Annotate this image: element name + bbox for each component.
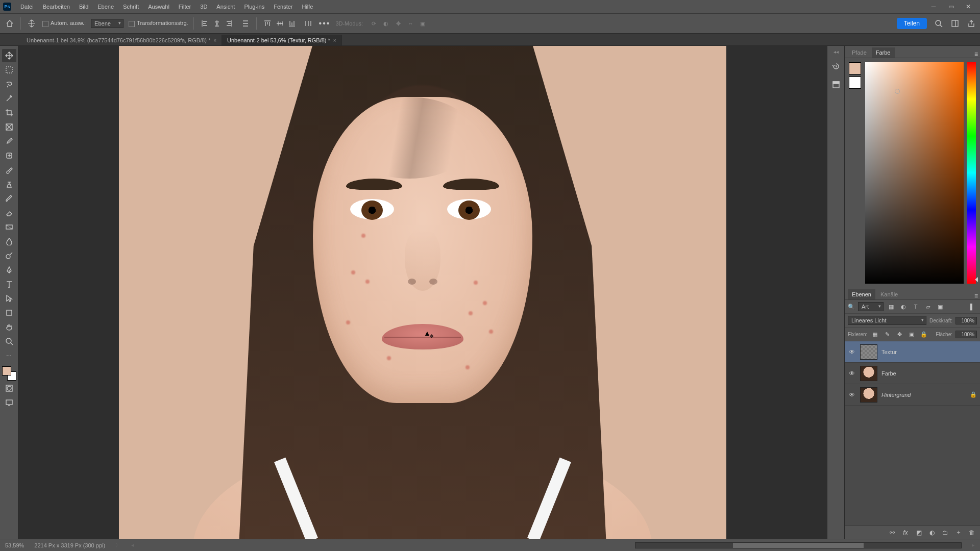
crop-tool[interactable] [2, 106, 16, 119]
link-layers-icon[interactable]: ⚯ [888, 529, 896, 537]
filter-pixel-icon[interactable]: ▦ [887, 302, 896, 311]
align-left-icon[interactable] [199, 18, 210, 29]
align-bottom-icon[interactable] [286, 18, 298, 29]
minimize-button[interactable]: ─ [925, 0, 942, 13]
transform-controls-checkbox[interactable]: Transformationsstrg. [129, 20, 188, 27]
menu-edit[interactable]: Bearbeiten [39, 2, 74, 12]
close-tab-icon[interactable]: × [213, 38, 216, 43]
status-chevron-icon[interactable]: 〉 [115, 541, 121, 549]
export-icon[interactable] [967, 19, 976, 28]
menu-image[interactable]: Bild [75, 2, 92, 12]
menu-file[interactable]: Datei [16, 2, 38, 12]
clone-stamp-tool[interactable] [2, 178, 16, 191]
menu-help[interactable]: Hilfe [298, 2, 317, 12]
menu-window[interactable]: Fenster [270, 2, 297, 12]
layer-name[interactable]: Hintergrund [881, 392, 911, 398]
search-icon[interactable] [934, 19, 943, 28]
auto-select-target-dropdown[interactable]: Ebene [91, 19, 124, 28]
visibility-eye-icon[interactable]: 👁 [848, 391, 856, 398]
eraser-tool[interactable] [2, 206, 16, 219]
layer-thumbnail[interactable] [860, 387, 877, 403]
status-nav-left-icon[interactable]: ◂ [131, 542, 134, 548]
history-panel-icon[interactable] [829, 60, 843, 73]
auto-select-checkbox[interactable]: Autom. ausw.: [42, 20, 86, 27]
menu-plugins[interactable]: Plug-ins [240, 2, 268, 12]
close-button[interactable]: ✕ [960, 0, 977, 13]
adjustment-layer-icon[interactable]: ◐ [928, 529, 936, 537]
hue-handle-icon[interactable] [975, 277, 978, 282]
filter-smart-icon[interactable]: ▣ [936, 302, 945, 311]
panel-menu-icon[interactable]: ≡ [974, 292, 978, 299]
magic-wand-tool[interactable] [2, 92, 16, 105]
zoom-tool[interactable] [2, 335, 16, 348]
opacity-input[interactable]: 100% [955, 317, 977, 324]
filter-shape-icon[interactable]: ▱ [923, 302, 933, 311]
canvas-area[interactable]: ▲ [18, 46, 827, 539]
frame-tool[interactable] [2, 120, 16, 134]
layer-row[interactable]: 👁Hintergrund🔒 [845, 384, 980, 406]
delete-layer-icon[interactable]: 🗑 [968, 529, 976, 537]
quick-mask-icon[interactable] [2, 382, 16, 395]
eyedropper-tool[interactable] [2, 135, 16, 148]
share-button[interactable]: Teilen [897, 18, 927, 29]
move-tool[interactable] [2, 49, 16, 62]
current-tool-icon[interactable] [26, 18, 37, 29]
visibility-eye-icon[interactable]: 👁 [848, 370, 856, 377]
doc-info[interactable]: 2214 Px x 3319 Px (300 ppi) [34, 542, 105, 548]
lock-all-icon[interactable]: 🔒 [919, 330, 928, 339]
scrollbar-thumb[interactable] [733, 543, 863, 548]
align-hcenter-icon[interactable] [211, 18, 223, 29]
lock-transparency-icon[interactable]: ▦ [870, 330, 879, 339]
lock-artboard-icon[interactable]: ▣ [907, 330, 916, 339]
shape-tool[interactable] [2, 306, 16, 319]
new-layer-icon[interactable]: ＋ [954, 529, 963, 537]
visibility-eye-icon[interactable]: 👁 [848, 348, 856, 356]
layer-thumbnail[interactable] [860, 366, 877, 381]
layer-row[interactable]: 👁Farbe [845, 363, 980, 384]
layer-thumbnail[interactable] [860, 344, 877, 360]
maximize-button[interactable]: ▭ [942, 0, 960, 13]
tab-channels[interactable]: Kanäle [876, 289, 902, 299]
gradient-tool[interactable] [2, 220, 16, 234]
sv-cursor-icon[interactable] [895, 89, 900, 94]
filter-adjust-icon[interactable]: ◐ [899, 302, 908, 311]
filter-type-icon[interactable]: T [911, 302, 920, 311]
healing-brush-tool[interactable] [2, 149, 16, 162]
layer-name[interactable]: Farbe [881, 370, 896, 377]
hue-slider[interactable] [967, 62, 976, 284]
layer-row[interactable]: 👁Textur [845, 341, 980, 363]
more-options-icon[interactable]: ••• [319, 19, 331, 28]
distribute-v-icon[interactable] [303, 18, 314, 29]
foreground-color-swatch[interactable] [2, 366, 11, 375]
layer-mask-icon[interactable]: ◩ [915, 529, 923, 537]
tab-layers[interactable]: Ebenen [848, 289, 875, 299]
history-brush-tool[interactable] [2, 192, 16, 205]
blend-mode-dropdown[interactable]: Lineares Licht [848, 316, 926, 325]
document-tab[interactable]: Unbenannt-2 bei 53,6% (Textur, RGB/8) * … [222, 35, 342, 45]
close-tab-icon[interactable]: × [333, 38, 336, 43]
distribute-h-icon[interactable] [240, 18, 251, 29]
layer-name[interactable]: Textur [881, 349, 897, 355]
expand-panels-icon[interactable]: ◂◂ [834, 49, 839, 55]
workspace-icon[interactable] [950, 19, 960, 28]
filter-toggle-icon[interactable]: ▌ [968, 302, 977, 311]
screen-mode-icon[interactable] [2, 396, 16, 409]
align-top-icon[interactable] [262, 18, 273, 29]
align-right-icon[interactable] [224, 18, 235, 29]
menu-layer[interactable]: Ebene [93, 2, 118, 12]
background-color-swatch[interactable] [849, 77, 861, 89]
foreground-color-swatch[interactable] [849, 62, 861, 74]
fill-input[interactable]: 100% [955, 331, 977, 338]
edit-toolbar-icon[interactable]: ⋯ [2, 349, 16, 362]
home-icon[interactable] [4, 18, 15, 29]
saturation-value-picker[interactable] [865, 62, 964, 284]
marquee-tool[interactable] [2, 63, 16, 77]
tab-paths[interactable]: Pfade [848, 47, 871, 58]
path-selection-tool[interactable] [2, 292, 16, 305]
menu-filter[interactable]: Filter [175, 2, 195, 12]
document-canvas[interactable]: ▲ [119, 46, 726, 539]
horizontal-scrollbar[interactable] [635, 542, 962, 548]
menu-view[interactable]: Ansicht [212, 2, 239, 12]
blur-tool[interactable] [2, 235, 16, 248]
pen-tool[interactable] [2, 263, 16, 277]
